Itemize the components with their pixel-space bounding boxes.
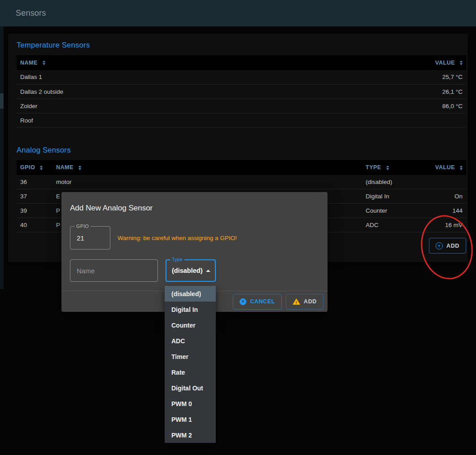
cell-type: Counter [362, 204, 420, 218]
cell-name: Zolder [17, 99, 408, 113]
column-header-label: VALUE [435, 60, 455, 66]
temperature-section-title: Temperature Sensors [17, 41, 466, 49]
gpio-field[interactable]: GPIO [70, 226, 110, 249]
left-scrollbar-track [0, 26, 4, 289]
column-header-label: VALUE [435, 164, 455, 171]
app-header: Sensors [0, 0, 476, 26]
cell-value: On [420, 189, 466, 204]
sort-icon[interactable] [43, 61, 45, 65]
analog-section-title: Analog Sensors [17, 146, 466, 154]
cell-gpio: 36 [17, 175, 52, 189]
sort-icon[interactable] [40, 166, 43, 170]
sort-icon[interactable] [460, 166, 463, 170]
dialog-add-button-label: ADD [304, 298, 317, 305]
type-dropdown-menu: (disabled) Digital In Counter ADC Timer … [165, 286, 216, 443]
chevron-up-icon [206, 270, 210, 272]
dialog-body: GPIO Warning: be careful when assigning … [61, 226, 328, 282]
dialog-add-button[interactable]: ! ADD [286, 294, 323, 310]
table-row: Dallas 2 outside 26,1 °C [17, 84, 466, 99]
dropdown-option[interactable]: Digital In [165, 302, 216, 317]
cell-name: Roof [17, 113, 408, 127]
page-title: Sensors [16, 9, 46, 18]
table-row: 36 motor (disabled) [17, 175, 466, 189]
dropdown-option[interactable]: Counter [165, 317, 216, 333]
column-header-value[interactable]: VALUE [420, 160, 466, 175]
dropdown-option[interactable]: PWM 1 [165, 411, 216, 427]
add-sensor-button-label: ADD [446, 243, 459, 249]
dropdown-option[interactable]: (disabled) [165, 286, 216, 302]
name-field[interactable] [70, 259, 158, 282]
cancel-button[interactable]: × CANCEL [233, 294, 282, 310]
cell-name: Dallas 2 outside [17, 84, 408, 99]
cell-type: Digital In [362, 189, 420, 204]
left-scrollbar-thumb[interactable] [0, 93, 4, 109]
add-sensor-button[interactable]: + ADD [429, 238, 466, 254]
name-input[interactable] [70, 260, 157, 281]
cell-value: 25,7 °C [408, 70, 466, 84]
column-header-label: NAME [56, 164, 74, 171]
cell-value [420, 175, 466, 189]
dropdown-option[interactable]: Digital Out [165, 380, 216, 396]
type-select-value: (disabled) [172, 267, 202, 274]
table-header-row: GPIO NAME TYPE VALUE [17, 160, 466, 175]
column-header-label: GPIO [20, 164, 35, 171]
warning-triangle-icon: ! [293, 298, 300, 305]
gpio-input[interactable] [70, 227, 110, 249]
dropdown-option[interactable]: PWM 2 [165, 427, 216, 443]
sort-icon[interactable] [386, 166, 389, 170]
cancel-button-label: CANCEL [250, 298, 275, 305]
temperature-table: NAME VALUE Dallas 1 25,7 °C Dallas 2 out… [17, 55, 466, 128]
cell-value: 16 mV [420, 218, 466, 232]
cell-name: motor [52, 175, 362, 189]
cell-value [408, 113, 466, 127]
cell-value: 144 [420, 204, 466, 218]
column-header-value[interactable]: VALUE [408, 55, 466, 70]
dialog-title: Add New Analog Sensor [70, 204, 319, 213]
cell-type: ADC [362, 218, 420, 232]
type-select-label: Type [170, 257, 184, 262]
cell-gpio: 37 [17, 189, 52, 204]
cell-value: 86,0 °C [408, 99, 466, 113]
dropdown-option[interactable]: PWM 0 [165, 396, 216, 411]
cell-type: (disabled) [362, 175, 420, 189]
dropdown-option[interactable]: ADC [165, 333, 216, 349]
column-header-type[interactable]: TYPE [362, 160, 420, 175]
cell-name: Dallas 1 [17, 70, 408, 84]
column-header-label: TYPE [366, 164, 381, 171]
type-select[interactable]: Type (disabled) [166, 259, 216, 282]
table-row: Roof [17, 113, 466, 127]
cancel-circle-icon: × [240, 298, 246, 305]
dropdown-option[interactable]: Rate [165, 364, 216, 380]
column-header-gpio[interactable]: GPIO [17, 160, 52, 175]
plus-circle-icon: + [436, 242, 443, 249]
column-header-name[interactable]: NAME [17, 55, 408, 70]
cell-gpio: 40 [17, 218, 52, 232]
table-row: Dallas 1 25,7 °C [17, 70, 466, 84]
gpio-warning-text: Warning: be careful when assigning a GPI… [118, 235, 237, 241]
table-row: Zolder 86,0 °C [17, 99, 466, 113]
cell-value: 26,1 °C [408, 84, 466, 99]
column-header-name[interactable]: NAME [52, 160, 362, 175]
sort-icon[interactable] [79, 166, 81, 170]
column-header-label: NAME [20, 60, 38, 66]
cell-gpio: 39 [17, 204, 52, 218]
gpio-field-label: GPIO [74, 223, 91, 229]
dropdown-option[interactable]: Timer [165, 349, 216, 364]
table-header-row: NAME VALUE [17, 55, 466, 70]
sort-icon[interactable] [460, 61, 463, 65]
